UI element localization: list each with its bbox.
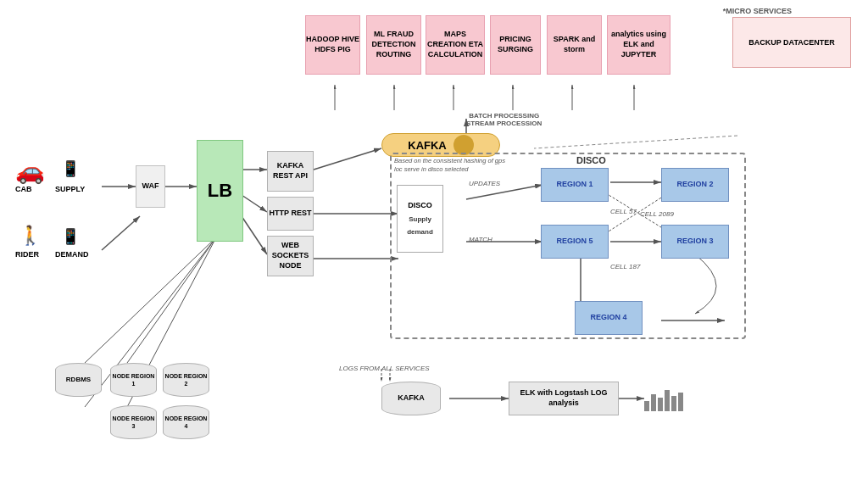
region1-box: REGION 1 (541, 168, 609, 202)
region3-box: REGION 3 (661, 225, 729, 259)
cell187-label: CELL 187 (610, 263, 640, 270)
updates-label: UPDATES (469, 180, 500, 187)
logs-label: LOGS FROM ALL SERVICES (339, 365, 430, 372)
cell57-label: CELL 57 (610, 208, 637, 215)
kafka-top-label: KAFKA (408, 139, 447, 152)
spark-box: SPARK and storm (547, 15, 602, 75)
svg-line-6 (242, 216, 267, 254)
rider-label: RIDER (15, 250, 39, 259)
backup-datacenter-box: BACKUP DATACENTER (732, 17, 851, 68)
bar4 (665, 390, 670, 411)
svg-line-34 (534, 136, 737, 148)
svg-line-7 (314, 148, 381, 170)
region5-box: REGION 5 (541, 225, 609, 259)
cab-icon: 🚗 (15, 157, 45, 185)
rider-icon: 🚶 (19, 225, 42, 247)
ml-box: ML FRAUD DETECTION ROUTING (366, 15, 421, 75)
node-r1-box: NODE REGION 1 (110, 363, 157, 397)
svg-line-26 (85, 237, 216, 363)
kafka-rest-api-box: KAFKA REST API (267, 151, 314, 192)
supply-inner-label: Supply (409, 215, 431, 224)
bar3 (658, 398, 663, 411)
disco-box-label: DISCO (408, 201, 432, 211)
kafka-bottom-box: KAFKA (381, 382, 441, 415)
disco-region-label: DISCO (576, 155, 606, 165)
disco-inner-box: DISCO Supply demand (397, 185, 443, 253)
bar6 (678, 393, 683, 411)
bar2 (651, 394, 656, 411)
analytics-box: analytics using ELK and JUPYTER (607, 15, 670, 75)
hadoop-box: HADOOP HIVE HDFS PIG (305, 15, 360, 75)
node-r3-box: NODE REGION 3 (110, 405, 157, 439)
node-r2-box: NODE REGION 2 (163, 363, 209, 397)
lb-box: LB (197, 140, 243, 242)
disco-note: Based on the consistent hashing of gps l… (394, 157, 513, 174)
elk-box: ELK with Logstash LOG analysis (509, 382, 619, 415)
supply-label: SUPPLY (55, 185, 85, 193)
supply-phone-icon: 📱 (61, 159, 80, 178)
websockets-box: WEB SOCKETS NODE (267, 236, 314, 276)
micro-services-label: *MICRO SERVICES (723, 7, 792, 15)
region4-box: REGION 4 (575, 301, 643, 335)
main-diagram: *MICRO SERVICES BACKUP DATACENTER HADOOP… (0, 0, 868, 496)
batch-label: BATCH PROCESSING STREAM PROCESSION (466, 112, 542, 127)
match-label: MATCH (469, 236, 492, 243)
svg-line-27 (127, 237, 216, 363)
svg-line-35 (102, 216, 140, 250)
svg-line-5 (242, 195, 267, 212)
http-rest-box: HTTP REST (267, 197, 314, 231)
demand-label: DEMAND (55, 250, 89, 259)
pricing-box: PRICING SURGING (490, 15, 541, 75)
bar5 (671, 396, 676, 411)
cab-label: CAB (15, 185, 32, 193)
demand-inner-label: demand (407, 228, 433, 237)
region2-box: REGION 2 (661, 168, 729, 202)
maps-box: MAPS CREATION ETA CALCULATION (426, 15, 485, 75)
bar1 (644, 401, 649, 411)
cell2089-label: CELL 2089 (640, 210, 674, 218)
waf-box: WAF (136, 165, 165, 208)
demand-phone-icon: 📱 (61, 227, 80, 246)
bar-chart (644, 386, 683, 411)
rdbms-box: RDBMS (55, 363, 102, 397)
node-r4-box: NODE REGION 4 (163, 405, 209, 439)
